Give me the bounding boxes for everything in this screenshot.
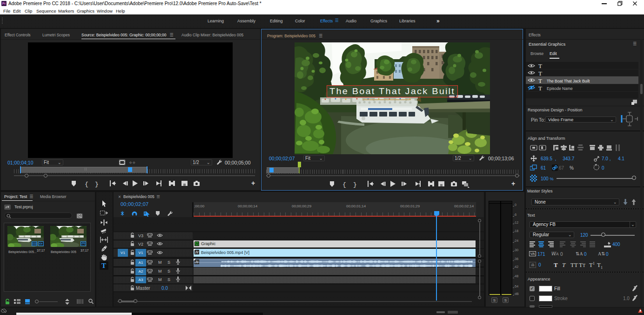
- svg-text:{: {: [85, 181, 88, 187]
- svg-text:{: {: [342, 181, 346, 188]
- svg-text:The Boat That Jack Built: The Boat That Jack Built: [329, 87, 455, 96]
- svg-text:}: }: [95, 181, 99, 187]
- svg-text:}: }: [353, 181, 357, 188]
